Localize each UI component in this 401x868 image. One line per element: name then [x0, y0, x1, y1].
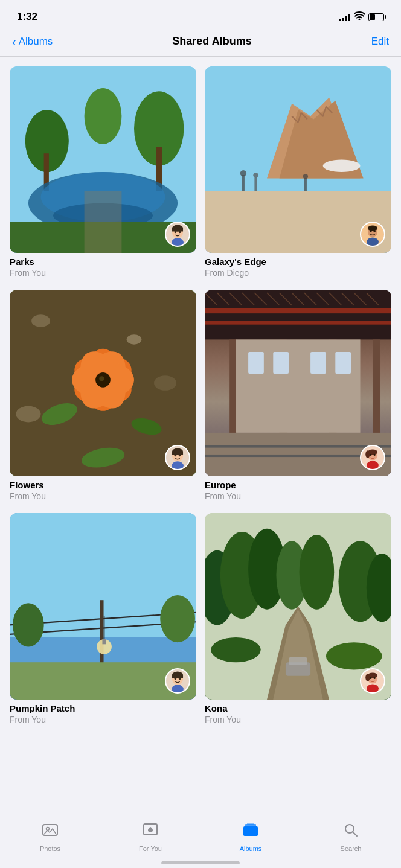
- page-title: Shared Albums: [172, 35, 251, 48]
- album-item-galaxys-edge[interactable]: Galaxy's Edge From Diego: [205, 66, 391, 278]
- svg-rect-20: [242, 175, 245, 191]
- battery-icon: [368, 13, 384, 21]
- photos-icon: [42, 822, 59, 843]
- album-from-pumpkin-patch: From You: [10, 715, 196, 724]
- tab-photos[interactable]: Photos: [32, 822, 68, 852]
- album-avatar-pumpkin-patch: [165, 668, 190, 694]
- svg-point-15: [175, 231, 177, 234]
- signal-icon: [339, 13, 350, 21]
- tab-search[interactable]: Search: [333, 822, 369, 852]
- status-icons: [339, 11, 384, 22]
- album-item-europe[interactable]: Europe From You: [205, 290, 391, 501]
- foryou-icon: [142, 822, 159, 843]
- album-from-galaxys-edge: From Diego: [205, 268, 391, 278]
- album-thumb-europe: [205, 290, 391, 476]
- album-from-parks: From You: [10, 268, 196, 278]
- svg-point-34: [31, 314, 50, 327]
- svg-point-3: [85, 88, 122, 144]
- album-name-parks: Parks: [10, 257, 196, 267]
- svg-point-93: [175, 678, 177, 680]
- svg-rect-19: [205, 191, 391, 253]
- svg-rect-56: [205, 290, 391, 339]
- svg-point-30: [370, 231, 371, 232]
- svg-point-107: [326, 642, 382, 669]
- svg-point-106: [211, 637, 260, 662]
- svg-point-74: [365, 450, 370, 458]
- svg-rect-66: [310, 352, 326, 374]
- nav-header: ‹ Albums Shared Albums Edit: [0, 30, 401, 57]
- svg-point-25: [303, 174, 308, 179]
- home-indicator: [161, 861, 240, 864]
- svg-point-103: [300, 535, 335, 610]
- tab-albums-label: Albums: [240, 845, 262, 852]
- svg-rect-84: [102, 639, 106, 644]
- album-from-europe: From You: [205, 491, 391, 501]
- album-avatar-flowers: [165, 445, 190, 470]
- svg-point-111: [365, 674, 370, 681]
- album-item-pumpkin-patch[interactable]: Pumpkin Patch From You: [10, 513, 196, 724]
- albums-grid: Parks From You: [0, 57, 401, 724]
- svg-point-36: [154, 375, 176, 391]
- album-avatar-galaxys-edge: [360, 222, 385, 247]
- tab-search-label: Search: [341, 845, 362, 852]
- svg-rect-92: [172, 675, 183, 678]
- back-button[interactable]: ‹ Albums: [12, 36, 53, 48]
- svg-point-31: [374, 231, 376, 232]
- svg-point-113: [374, 677, 376, 679]
- svg-point-35: [127, 334, 142, 344]
- albums-icon: [242, 822, 259, 843]
- album-name-flowers: Flowers: [10, 480, 196, 490]
- album-from-flowers: From You: [10, 491, 196, 501]
- album-thumb-kona: [205, 513, 391, 700]
- album-thumb-galaxys-edge: [205, 66, 391, 253]
- album-thumb-flowers: [10, 290, 196, 476]
- svg-rect-120: [247, 823, 254, 825]
- svg-rect-58: [205, 321, 391, 325]
- svg-rect-69: [205, 445, 391, 448]
- svg-point-75: [370, 454, 371, 456]
- back-arrow-icon: ‹: [12, 36, 16, 48]
- album-avatar-kona: [360, 668, 385, 694]
- svg-point-54: [179, 455, 181, 457]
- tab-for-you[interactable]: For You: [132, 822, 168, 852]
- svg-point-53: [175, 455, 177, 457]
- album-avatar-europe: [360, 445, 385, 470]
- svg-point-76: [374, 454, 376, 456]
- svg-point-48: [99, 376, 104, 381]
- status-bar: 1:32: [0, 0, 401, 30]
- album-item-kona[interactable]: Kona From You: [205, 513, 391, 724]
- back-label: Albums: [19, 36, 53, 48]
- search-icon: [342, 822, 359, 843]
- svg-rect-65: [273, 352, 289, 374]
- wifi-icon: [354, 11, 365, 22]
- tab-albums[interactable]: Albums: [233, 822, 269, 852]
- svg-rect-24: [304, 178, 307, 191]
- svg-rect-105: [289, 657, 307, 665]
- svg-point-26: [323, 160, 361, 173]
- svg-point-87: [160, 595, 195, 642]
- album-name-europe: Europe: [205, 480, 391, 490]
- svg-point-29: [368, 226, 377, 231]
- album-item-flowers[interactable]: Flowers From You: [10, 290, 196, 501]
- tab-photos-label: Photos: [40, 845, 60, 852]
- album-name-galaxys-edge: Galaxy's Edge: [205, 257, 391, 267]
- album-item-parks[interactable]: Parks From You: [10, 66, 196, 278]
- svg-rect-57: [205, 308, 391, 313]
- svg-point-116: [47, 828, 50, 831]
- svg-point-23: [253, 173, 258, 177]
- album-from-kona: From You: [205, 715, 391, 724]
- album-thumb-parks: [10, 66, 196, 253]
- album-name-pumpkin-patch: Pumpkin Patch: [10, 703, 196, 713]
- svg-point-86: [13, 603, 44, 646]
- tab-bar: Photos For You Albums Search: [0, 815, 401, 868]
- edit-button[interactable]: Edit: [371, 36, 389, 48]
- album-avatar-parks: [165, 222, 190, 247]
- svg-line-122: [353, 832, 358, 837]
- svg-point-21: [240, 170, 246, 176]
- svg-rect-67: [335, 352, 351, 374]
- status-time: 1:32: [17, 11, 37, 23]
- svg-point-37: [16, 406, 40, 423]
- svg-rect-115: [43, 825, 57, 835]
- svg-rect-118: [243, 826, 258, 836]
- svg-point-94: [179, 678, 181, 680]
